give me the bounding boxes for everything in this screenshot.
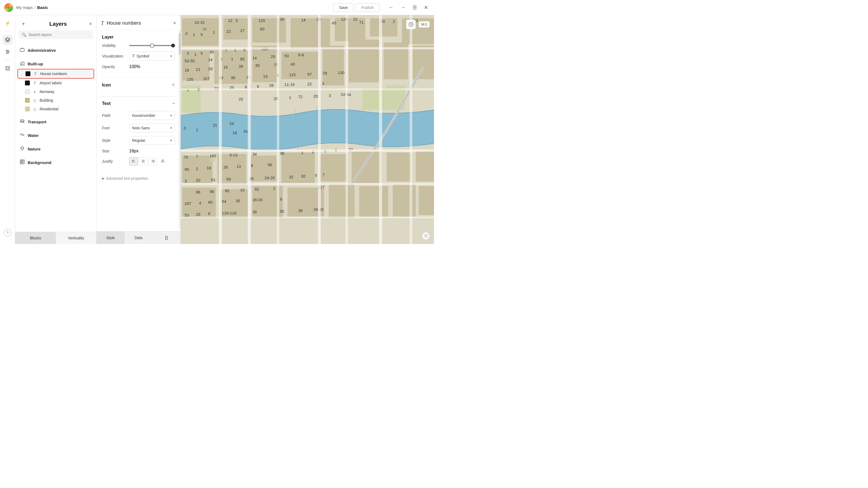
svg-text:1: 1 — [194, 52, 197, 57]
svg-rect-210 — [181, 217, 434, 219]
layer-item-residential[interactable]: ◻ Residential — [15, 105, 96, 113]
svg-text:28: 28 — [252, 210, 257, 214]
save-button[interactable]: Save — [333, 3, 353, 12]
justify-label: Justify — [102, 159, 129, 163]
aeroway-swatch — [25, 89, 30, 94]
layer-group-transport-header[interactable]: Transport — [15, 117, 96, 127]
field-select: housenumber ▾ — [129, 111, 175, 120]
menu-button[interactable]: ☰ — [411, 3, 418, 12]
svg-text:18: 18 — [207, 166, 211, 170]
text-section-header: Text − — [97, 97, 180, 110]
layer-group-background-header[interactable]: Background — [15, 157, 96, 167]
visibility-slider[interactable] — [129, 45, 175, 46]
residential-type-icon: ◻ — [33, 107, 37, 111]
svg-text:5: 5 — [236, 19, 238, 23]
back-button[interactable]: ← — [387, 3, 395, 12]
svg-text:6: 6 — [208, 212, 210, 216]
forward-button[interactable]: → — [399, 3, 407, 12]
slider-thumb-left[interactable] — [150, 44, 154, 47]
svg-text:3: 3 — [322, 82, 324, 86]
layers-header: + Layers × — [15, 15, 96, 30]
sidebar-layers-icon[interactable] — [3, 35, 12, 45]
advanced-chevron-icon: ▶ — [102, 176, 104, 180]
slider-thumb-right[interactable] — [171, 44, 175, 47]
breadcrumb-prefix[interactable]: My maps — [16, 5, 33, 10]
svg-text:24: 24 — [229, 122, 234, 126]
publish-button[interactable]: Publish — [355, 3, 379, 12]
font-label: Font — [102, 126, 129, 130]
aeroway-type-icon: ∧ — [33, 90, 37, 94]
svg-text:40: 40 — [290, 62, 295, 66]
font-dropdown[interactable]: Noto Sans ▾ — [129, 124, 175, 132]
close-button[interactable]: ✕ — [422, 3, 430, 12]
layer-item-building[interactable]: ◻ Building — [15, 96, 96, 105]
sidebar-settings-icon[interactable] — [3, 47, 12, 57]
svg-text:72: 72 — [298, 95, 303, 99]
search-input[interactable] — [29, 33, 90, 37]
layer-group-water-header[interactable]: Water — [15, 130, 96, 140]
justify-right-button[interactable] — [149, 157, 157, 165]
map-clock-button[interactable] — [406, 20, 416, 29]
app-logo[interactable] — [4, 3, 13, 12]
building-swatch — [25, 98, 30, 103]
svg-text:24-26: 24-26 — [265, 176, 275, 180]
verticality-tab[interactable]: Verticality — [56, 232, 97, 244]
svg-text:25: 25 — [271, 55, 275, 59]
blocks-tab[interactable]: Blocks — [15, 232, 56, 244]
layers-search[interactable]: 🔍 — [19, 30, 93, 39]
visualization-value: Symbol — [136, 54, 149, 58]
svg-text:70: 70 — [184, 155, 188, 159]
map-zoom-info: 14.1 — [418, 21, 430, 28]
svg-rect-52 — [319, 154, 347, 182]
justify-left-button[interactable] — [129, 157, 138, 165]
svg-text:29: 29 — [322, 71, 327, 75]
layers-close-button[interactable]: × — [89, 21, 92, 27]
collapse-text-button[interactable]: − — [172, 101, 175, 106]
add-icon-button[interactable]: + — [172, 82, 175, 88]
svg-rect-43 — [348, 40, 379, 83]
text-section-title: Text — [102, 101, 111, 106]
opacity-label: Opacity — [102, 65, 129, 69]
svg-text:15: 15 — [223, 65, 228, 69]
sidebar-puzzle-icon[interactable] — [3, 63, 12, 73]
svg-text:1: 1 — [213, 30, 215, 34]
svg-text:32: 32 — [289, 175, 293, 179]
layer-item-airport-labels[interactable]: T Airport labels — [15, 78, 96, 87]
svg-text:21: 21 — [196, 67, 200, 72]
advanced-text-toggle[interactable]: ▶ Advanced text properties — [97, 173, 180, 183]
visualization-arrow: ▾ — [170, 54, 172, 58]
svg-text:8: 8 — [251, 163, 253, 168]
justify-text-button[interactable]: A — [158, 157, 167, 165]
layer-group-administrative-header[interactable]: Administrative — [15, 45, 96, 55]
props-type-icon: T — [101, 20, 104, 26]
help-icon[interactable]: ? — [4, 229, 11, 236]
field-dropdown[interactable]: housenumber ▾ — [129, 111, 175, 120]
add-layer-button[interactable]: + — [20, 20, 27, 28]
transport-label: Transport — [28, 120, 46, 124]
slider-track[interactable] — [129, 45, 175, 46]
opacity-value: 100% — [129, 64, 175, 69]
svg-rect-34 — [290, 18, 330, 49]
layer-group-nature-header[interactable]: Nature — [15, 144, 96, 154]
svg-rect-202 — [318, 15, 321, 244]
svg-text:50: 50 — [284, 54, 289, 58]
visualization-dropdown[interactable]: T Symbol ▾ — [129, 52, 175, 61]
code-tab[interactable]: {} — [152, 231, 180, 244]
props-close-button[interactable]: × — [173, 20, 176, 26]
svg-text:11-19: 11-19 — [284, 83, 294, 87]
layer-item-aeroway[interactable]: ∧ Aeroway — [15, 87, 96, 96]
style-tab[interactable]: Style — [97, 231, 124, 244]
svg-rect-208 — [181, 150, 434, 152]
layer-group-builtup-header[interactable]: Built-up — [15, 59, 96, 69]
layer-item-house-numbers[interactable]: T House numbers — [18, 69, 94, 78]
svg-text:6: 6 — [257, 84, 259, 89]
style-dropdown[interactable]: Regular ▾ — [129, 136, 175, 145]
svg-text:130: 130 — [338, 70, 344, 75]
map-area[interactable]: 45 71 20 2 100 10-15 12 5 125 30 14 29 1… — [181, 15, 434, 244]
map-info-button[interactable]: ⓘ — [422, 232, 430, 240]
sidebar-flash-icon[interactable]: ⚡ — [3, 19, 12, 28]
svg-text:85: 85 — [255, 63, 260, 68]
justify-center-button[interactable] — [139, 157, 148, 165]
advanced-text-label: Advanced text properties — [106, 176, 148, 181]
data-tab[interactable]: Data — [124, 231, 152, 244]
